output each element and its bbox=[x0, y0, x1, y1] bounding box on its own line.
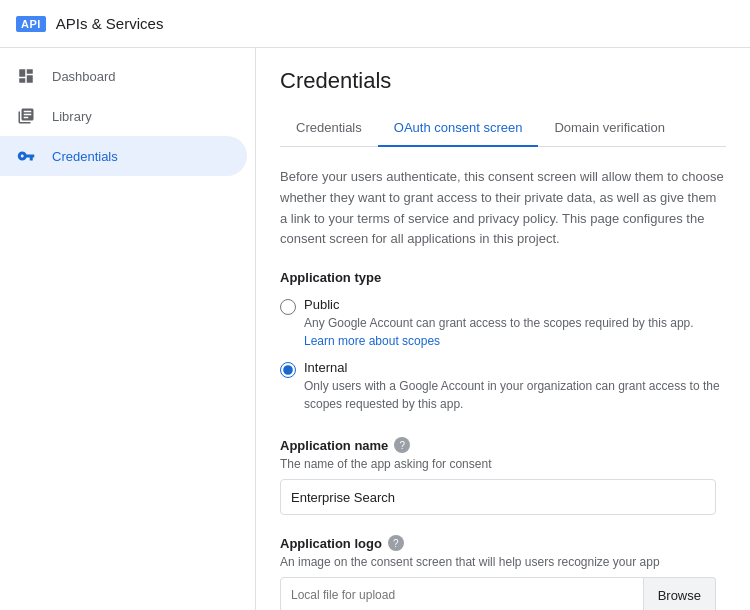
radio-internal-content: Internal Only users with a Google Accoun… bbox=[304, 360, 726, 413]
radio-internal-desc: Only users with a Google Account in your… bbox=[304, 377, 726, 413]
tab-domain-verification[interactable]: Domain verification bbox=[538, 110, 681, 147]
sidebar: Dashboard Library Credentials bbox=[0, 48, 256, 610]
sidebar-item-dashboard-label: Dashboard bbox=[52, 69, 116, 84]
dashboard-icon bbox=[16, 66, 36, 86]
application-name-input[interactable] bbox=[280, 479, 716, 515]
radio-internal-label: Internal bbox=[304, 360, 726, 375]
content-area: Credentials Credentials OAuth consent sc… bbox=[256, 48, 750, 610]
application-logo-help-icon[interactable]: ? bbox=[388, 535, 404, 551]
file-upload-row: Browse bbox=[280, 577, 716, 610]
credentials-icon bbox=[16, 146, 36, 166]
application-logo-label: Application logo bbox=[280, 536, 382, 551]
header-title: APIs & Services bbox=[56, 15, 164, 32]
radio-internal[interactable] bbox=[280, 362, 296, 378]
sidebar-item-credentials-label: Credentials bbox=[52, 149, 118, 164]
application-name-desc: The name of the app asking for consent bbox=[280, 457, 726, 471]
app-container: API APIs & Services Dashboard bbox=[0, 0, 750, 610]
radio-option-public: Public Any Google Account can grant acce… bbox=[280, 297, 726, 350]
application-name-field: Application name ? The name of the app a… bbox=[280, 437, 726, 515]
radio-public-desc: Any Google Account can grant access to t… bbox=[304, 314, 694, 350]
application-type-radio-group: Public Any Google Account can grant acce… bbox=[280, 297, 726, 413]
application-type-title: Application type bbox=[280, 270, 726, 285]
browse-button[interactable]: Browse bbox=[644, 577, 716, 610]
application-name-label-row: Application name ? bbox=[280, 437, 726, 453]
tabs: Credentials OAuth consent screen Domain … bbox=[280, 110, 726, 147]
api-badge: API bbox=[16, 16, 46, 32]
learn-more-link[interactable]: Learn more about scopes bbox=[304, 334, 440, 348]
library-icon bbox=[16, 106, 36, 126]
application-logo-label-row: Application logo ? bbox=[280, 535, 726, 551]
radio-public-label: Public bbox=[304, 297, 694, 312]
sidebar-item-library-label: Library bbox=[52, 109, 92, 124]
radio-public[interactable] bbox=[280, 299, 296, 315]
tab-credentials[interactable]: Credentials bbox=[280, 110, 378, 147]
sidebar-item-library[interactable]: Library bbox=[0, 96, 247, 136]
application-type-section: Application type Public Any Google Accou… bbox=[280, 270, 726, 413]
page-title: Credentials bbox=[280, 68, 726, 94]
file-input-text[interactable] bbox=[280, 577, 644, 610]
top-header: API APIs & Services bbox=[0, 0, 750, 48]
radio-public-content: Public Any Google Account can grant acce… bbox=[304, 297, 694, 350]
application-logo-field: Application logo ? An image on the conse… bbox=[280, 535, 726, 610]
radio-option-internal: Internal Only users with a Google Accoun… bbox=[280, 360, 726, 413]
sidebar-item-credentials[interactable]: Credentials bbox=[0, 136, 247, 176]
sidebar-item-dashboard[interactable]: Dashboard bbox=[0, 56, 247, 96]
application-name-help-icon[interactable]: ? bbox=[394, 437, 410, 453]
description-text: Before your users authenticate, this con… bbox=[280, 167, 726, 250]
application-logo-desc: An image on the consent screen that will… bbox=[280, 555, 726, 569]
application-name-label: Application name bbox=[280, 438, 388, 453]
main-layout: Dashboard Library Credentials bbox=[0, 48, 750, 610]
tab-oauth-consent[interactable]: OAuth consent screen bbox=[378, 110, 539, 147]
